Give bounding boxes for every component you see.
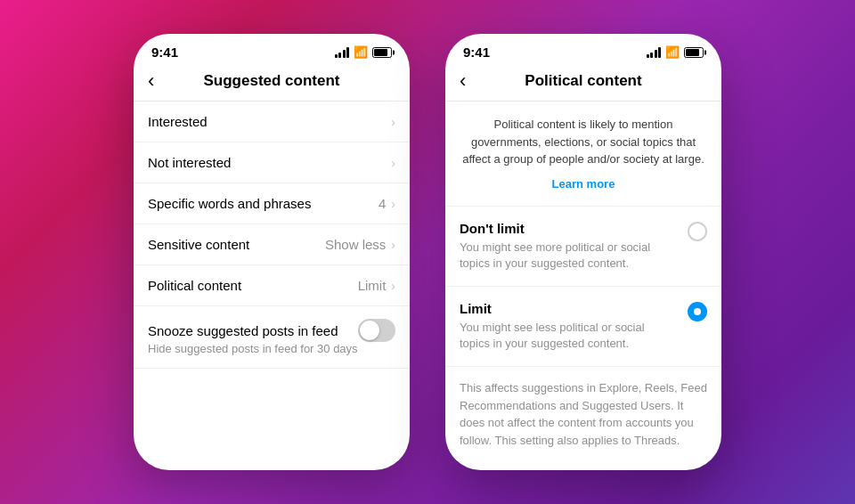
option-dont-limit[interactable]: Don't limit You might see more political… bbox=[445, 207, 721, 287]
status-bar-right: 9:41 📶 bbox=[445, 34, 721, 65]
left-screen-content: Interested › Not interested › Specific w… bbox=[134, 102, 410, 470]
back-button-right[interactable]: ‹ bbox=[460, 71, 466, 91]
battery-icon-right bbox=[684, 47, 704, 58]
status-icons-right: 📶 bbox=[647, 45, 704, 59]
menu-label-interested: Interested bbox=[148, 114, 391, 129]
nav-header-right: ‹ Political content bbox=[445, 65, 721, 102]
dont-limit-desc: You might see more political or social t… bbox=[460, 240, 677, 272]
chevron-icon-interested: › bbox=[391, 115, 395, 129]
limit-text: Limit You might see less political or so… bbox=[460, 301, 677, 352]
menu-item-specific-words[interactable]: Specific words and phrases 4 › bbox=[134, 183, 410, 224]
menu-item-political-content[interactable]: Political content Limit › bbox=[134, 265, 410, 306]
snooze-label: Snooze suggested posts in feed bbox=[148, 323, 358, 338]
limit-radio[interactable] bbox=[688, 302, 707, 321]
dont-limit-radio[interactable] bbox=[688, 222, 707, 241]
dont-limit-text: Don't limit You might see more political… bbox=[460, 221, 677, 272]
menu-label-specific-words: Specific words and phrases bbox=[148, 196, 379, 211]
snooze-row: Snooze suggested posts in feed Hide sugg… bbox=[134, 306, 410, 369]
menu-label-political-content: Political content bbox=[148, 278, 358, 293]
learn-more-link[interactable]: Learn more bbox=[552, 177, 615, 191]
signal-icon-right bbox=[647, 47, 662, 58]
description-box: Political content is likely to mention g… bbox=[445, 102, 721, 207]
nav-header-left: ‹ Suggested content bbox=[134, 65, 410, 102]
chevron-icon-not-interested: › bbox=[391, 156, 395, 170]
chevron-icon-political-content: › bbox=[391, 279, 395, 293]
status-icons-left: 📶 bbox=[335, 45, 393, 59]
dont-limit-title: Don't limit bbox=[460, 221, 677, 236]
left-phone: 9:41 📶 ‹ Suggested content Interested › … bbox=[134, 34, 410, 470]
status-time-right: 9:41 bbox=[463, 45, 490, 60]
status-bar-left: 9:41 📶 bbox=[134, 34, 410, 65]
limit-desc: You might see less political or social t… bbox=[460, 320, 677, 352]
snooze-top: Snooze suggested posts in feed bbox=[148, 319, 395, 342]
page-title-right: Political content bbox=[525, 72, 641, 90]
menu-label-sensitive-content: Sensitive content bbox=[148, 237, 325, 252]
description-text: Political content is likely to mention g… bbox=[460, 116, 707, 168]
chevron-icon-sensitive-content: › bbox=[391, 238, 395, 252]
wifi-icon: 📶 bbox=[354, 45, 368, 59]
battery-icon bbox=[372, 47, 392, 58]
status-time-left: 9:41 bbox=[151, 45, 178, 60]
chevron-icon-specific-words: › bbox=[391, 197, 395, 211]
snooze-toggle[interactable] bbox=[358, 319, 395, 342]
sensitive-content-badge: Show less bbox=[325, 237, 386, 252]
signal-icon bbox=[335, 47, 350, 58]
menu-label-not-interested: Not interested bbox=[148, 155, 391, 170]
right-screen-content: Political content is likely to mention g… bbox=[445, 102, 721, 470]
menu-item-not-interested[interactable]: Not interested › bbox=[134, 142, 410, 183]
affects-text: This affects suggestions in Explore, Ree… bbox=[445, 367, 721, 461]
wifi-icon-right: 📶 bbox=[665, 45, 680, 59]
political-content-badge: Limit bbox=[358, 278, 387, 293]
limit-title: Limit bbox=[460, 301, 677, 316]
menu-item-sensitive-content[interactable]: Sensitive content Show less › bbox=[134, 224, 410, 265]
specific-words-badge: 4 bbox=[379, 196, 386, 211]
right-phone: 9:41 📶 ‹ Political content Political con… bbox=[445, 34, 721, 470]
back-button-left[interactable]: ‹ bbox=[148, 71, 154, 91]
option-limit[interactable]: Limit You might see less political or so… bbox=[445, 287, 721, 367]
snooze-sublabel: Hide suggested posts in feed for 30 days bbox=[148, 342, 395, 355]
page-title-left: Suggested content bbox=[203, 72, 339, 90]
menu-item-interested[interactable]: Interested › bbox=[134, 102, 410, 142]
